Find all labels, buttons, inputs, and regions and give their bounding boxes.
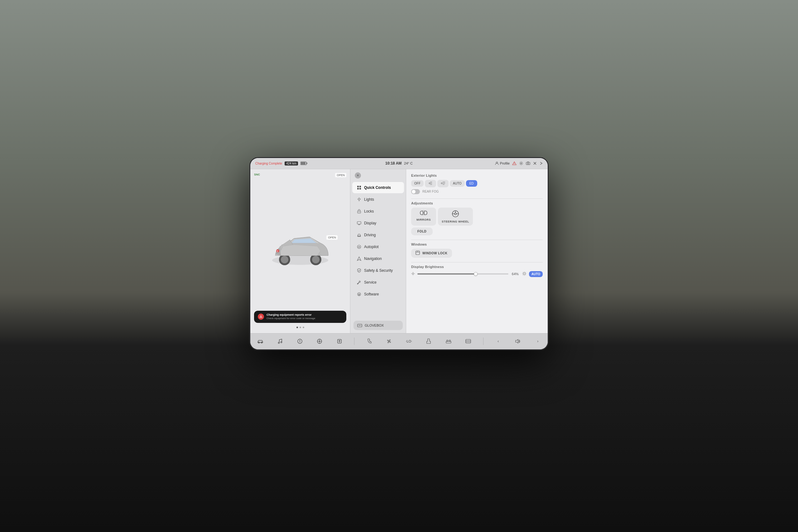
svg-line-72: [523, 272, 524, 273]
service-label: Service: [364, 280, 377, 285]
svg-point-49: [441, 183, 442, 184]
svg-marker-82: [299, 341, 301, 343]
close-button[interactable]: ×: [355, 172, 361, 178]
steering-wheel-icon: [452, 210, 459, 219]
temp-lo-right: ›: [411, 340, 412, 343]
rear-seat-svg: [446, 339, 451, 344]
low-beam-icon: [440, 182, 445, 185]
menu-item-software[interactable]: Software: [352, 289, 404, 300]
menu-item-driving[interactable]: Driving: [352, 229, 404, 241]
brightness-slider[interactable]: [417, 273, 508, 274]
toolbar-volume-icon[interactable]: [513, 336, 523, 346]
toolbar-seat-icon[interactable]: [424, 336, 434, 346]
toolbar-defrost-icon[interactable]: [463, 336, 473, 346]
glovebox-button[interactable]: GLOVEBOX: [354, 321, 403, 330]
svg-rect-1: [306, 163, 307, 164]
svg-line-74: [525, 272, 526, 273]
car-toolbar-svg: [257, 339, 264, 344]
window-lock-button[interactable]: WINDOW LOCK: [411, 249, 452, 258]
steering-wheel-button[interactable]: STEERING WHEEL: [438, 208, 473, 226]
exterior-lights-section: Exterior Lights OFF: [411, 174, 543, 194]
menu-item-service[interactable]: Service: [352, 277, 404, 288]
window-lock-label: WINDOW LOCK: [422, 251, 448, 255]
toolbar-music-icon[interactable]: [275, 336, 285, 346]
driving-label: Driving: [364, 233, 376, 237]
lights-auto-button[interactable]: AUTO: [450, 180, 465, 187]
toolbar-apps-icon[interactable]: [315, 336, 324, 346]
charging-error-icon: [259, 315, 263, 318]
toolbar-rear-seat-icon[interactable]: [443, 336, 454, 346]
service-menu-icon: [357, 280, 362, 285]
menu-item-safety[interactable]: Safety & Security: [352, 265, 404, 276]
range-label: SNC: [254, 173, 260, 176]
car-svg: T: [266, 223, 335, 273]
controls-panel: Exterior Lights OFF: [406, 169, 548, 333]
svg-line-39: [358, 282, 359, 284]
svg-point-78: [278, 342, 280, 343]
rear-fog-toggle[interactable]: [411, 189, 420, 194]
mirrors-label: MIRRORS: [416, 218, 431, 221]
toolbar-fan-icon[interactable]: [384, 336, 394, 346]
profile-button[interactable]: Profile: [495, 162, 510, 165]
svg-rect-7: [526, 163, 530, 165]
main-content: SNC OPEN: [250, 169, 548, 333]
tesla-tablet: Charging Complete 424 km 10:18 AM 24° C: [249, 157, 549, 350]
dot-3: [303, 327, 304, 328]
separator-2: [411, 240, 543, 240]
menu-item-autopilot[interactable]: Autopilot: [352, 241, 404, 252]
lights-low-beam-button[interactable]: [437, 180, 449, 187]
svg-rect-31: [357, 222, 361, 224]
menu-item-display[interactable]: Display: [352, 217, 404, 229]
software-icon-svg: [357, 292, 361, 297]
status-center: 10:18 AM 24° C: [385, 161, 413, 166]
menu-item-navigation[interactable]: Navigation: [352, 253, 404, 264]
error-notification[interactable]: Charging equipment reports error Check e…: [254, 311, 346, 323]
brightness-auto-button[interactable]: AUTO: [529, 271, 543, 277]
lights-off-button[interactable]: OFF: [411, 180, 424, 187]
menu-item-lights[interactable]: Lights: [352, 194, 404, 205]
mirrors-button[interactable]: MIRRORS: [411, 208, 436, 226]
svg-rect-20: [357, 186, 359, 187]
navigation-label: Navigation: [364, 256, 382, 261]
toolbar-temp-display[interactable]: ‹ LO ›: [404, 336, 414, 346]
brightness-fill: [417, 273, 476, 274]
rear-fog-row: REAR FOG: [411, 189, 543, 194]
steering-wheel-label: STEERING WHEEL: [442, 220, 469, 223]
range-badge: 424 km: [285, 162, 298, 166]
menu-item-locks[interactable]: Locks: [352, 206, 404, 217]
open-badge-right: OPEN: [326, 235, 338, 240]
toolbar-phone-icon[interactable]: [364, 336, 374, 346]
error-icon: [258, 314, 264, 320]
menu-item-quick-controls[interactable]: Quick Controls: [352, 182, 404, 193]
window-icon-svg: [416, 251, 420, 255]
toolbar-vol-left[interactable]: ‹: [493, 336, 503, 346]
alert-icon[interactable]: [512, 161, 516, 166]
lights-menu-icon: [357, 197, 362, 202]
display-brightness-section: Display Brightness: [411, 265, 543, 277]
locks-menu-icon: [357, 209, 362, 214]
svg-point-13: [281, 256, 288, 263]
glovebox-icon: [357, 323, 362, 327]
parking-lights-icon: [428, 182, 433, 185]
toolbar-car-icon[interactable]: [255, 336, 265, 346]
fold-button[interactable]: FOLD: [411, 228, 433, 235]
toolbar-vol-right[interactable]: ›: [533, 336, 543, 346]
close-icon[interactable]: [533, 161, 537, 166]
lights-drl-button[interactable]: ED: [466, 180, 477, 187]
svg-rect-21: [359, 186, 361, 187]
toolbar-arrow-icon[interactable]: [335, 336, 344, 346]
toolbar-nav-icon[interactable]: [295, 336, 305, 346]
locks-label: Locks: [364, 209, 374, 213]
lights-parking-button[interactable]: [425, 180, 436, 187]
svg-point-45: [429, 183, 430, 184]
nav-toolbar-svg: [297, 339, 303, 344]
svg-point-8: [528, 163, 529, 164]
windows-section: Windows WINDOW LOCK: [411, 243, 543, 258]
display-label: Display: [364, 221, 376, 225]
settings-icon[interactable]: [519, 161, 524, 166]
bluetooth-icon[interactable]: [539, 161, 543, 166]
camera-icon[interactable]: [526, 161, 530, 166]
svg-line-73: [525, 274, 526, 275]
driving-menu-icon: [357, 232, 362, 238]
svg-text:T: T: [277, 250, 278, 252]
